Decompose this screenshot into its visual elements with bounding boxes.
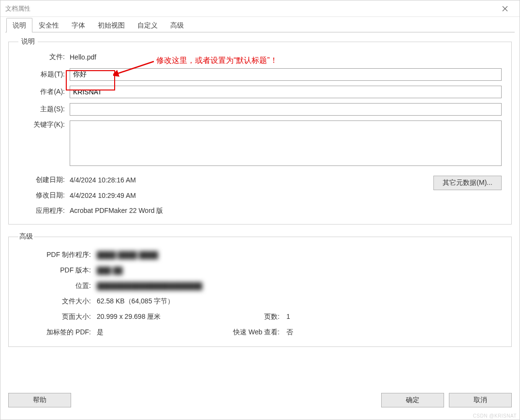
modified-value: 4/4/2024 10:29:49 AM: [70, 192, 433, 199]
version-value: ███ ██: [97, 267, 122, 274]
tabs: 说明 安全性 字体 初始视图 自定义 高级: [0, 17, 520, 32]
help-button[interactable]: 帮助: [8, 393, 71, 407]
created-value: 4/4/2024 10:28:16 AM: [70, 176, 433, 184]
author-label: 作者(A):: [18, 88, 70, 96]
titlebar: 文档属性: [0, 0, 520, 17]
pages-value: 1: [286, 313, 290, 321]
title-label: 标题(T):: [18, 70, 70, 79]
title-input[interactable]: [70, 68, 502, 81]
app-value: Acrobat PDFMaker 22 Word 版: [70, 207, 433, 215]
pagesize-label: 页面大小:: [18, 313, 97, 321]
close-icon: [502, 6, 508, 12]
pages-label: 页数:: [222, 313, 286, 321]
created-label: 创建日期:: [18, 176, 70, 184]
producer-value: ████ ████ ████: [97, 251, 158, 259]
tab-security[interactable]: 安全性: [32, 18, 65, 32]
keywords-label: 关键字(K):: [18, 120, 70, 129]
content: 说明 文件: Hello.pdf 标题(T): 作者(A): 主题(S): 关键…: [0, 32, 520, 388]
cancel-button[interactable]: 取消: [449, 393, 512, 407]
pagesize-value: 20.999 x 29.698 厘米: [97, 313, 161, 321]
tab-fonts[interactable]: 字体: [65, 18, 91, 32]
advanced-group: 高级 PDF 制作程序: ████ ████ ████ PDF 版本: ███ …: [8, 232, 512, 347]
app-label: 应用程序:: [18, 207, 70, 215]
producer-label: PDF 制作程序:: [18, 251, 97, 259]
file-value: Hello.pdf: [70, 53, 502, 61]
ok-button[interactable]: 确定: [381, 393, 444, 407]
tagged-label: 加标签的 PDF:: [18, 328, 97, 337]
author-input[interactable]: [70, 86, 502, 98]
subject-input[interactable]: [70, 103, 502, 116]
subject-label: 主题(S):: [18, 105, 70, 114]
window-title: 文档属性: [5, 4, 30, 13]
file-label: 文件:: [18, 53, 70, 61]
keywords-input[interactable]: [70, 120, 502, 166]
location-label: 位置:: [18, 282, 97, 290]
annotation-text: 修改这里，或者设置为“默认标题”！: [156, 56, 278, 66]
fastview-label: 快速 Web 查看:: [222, 328, 286, 337]
tab-custom[interactable]: 自定义: [131, 18, 164, 32]
filesize-value: 62.58 KB（64,085 字节）: [97, 297, 174, 306]
filesize-label: 文件大小:: [18, 297, 97, 306]
tab-initialview[interactable]: 初始视图: [91, 18, 131, 32]
tab-advanced[interactable]: 高级: [164, 18, 190, 32]
tagged-value: 是: [97, 328, 104, 337]
tab-description[interactable]: 说明: [6, 18, 32, 32]
advanced-legend: 高级: [18, 232, 34, 241]
additional-metadata-button[interactable]: 其它元数据(M)...: [433, 176, 502, 190]
location-value: ██████████████████████: [97, 282, 202, 290]
watermark: CSDN @KRISNAT: [473, 413, 517, 419]
footer: 帮助 确定 取消: [0, 388, 520, 420]
description-legend: 说明: [18, 37, 38, 46]
close-button[interactable]: [495, 0, 515, 17]
fastview-value: 否: [286, 328, 293, 337]
modified-label: 修改日期:: [18, 191, 70, 200]
version-label: PDF 版本:: [18, 266, 97, 275]
document-properties-dialog: 文档属性 说明 安全性 字体 初始视图 自定义 高级 说明 文件: Hello.…: [0, 0, 520, 420]
